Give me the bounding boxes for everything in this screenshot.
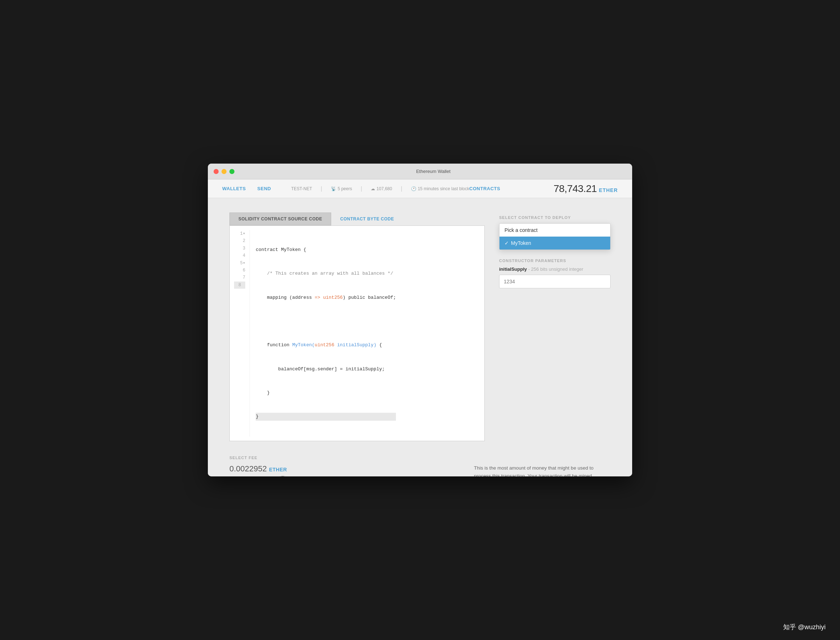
code-line-4 [256,317,396,325]
tab-solidity[interactable]: SOLIDITY CONTRACT SOURCE CODE [229,213,331,226]
minimize-button[interactable] [221,169,227,174]
traffic-lights [214,169,234,174]
fee-section: SELECT FEE 0.0022952 ETHER CHEAPER [229,456,611,477]
fee-row: 0.0022952 ETHER CHEAPER FASTER [229,464,611,477]
constructor-label: CONSTRUCTOR PARAMETERS [499,259,611,263]
line-num-5: 5▾ [234,259,245,267]
nav-last-block: 🕐 15 minutes since last block [411,186,469,191]
param-label: initialSupply - 256 bits unsigned intege… [499,266,611,272]
nav-left: WALLETS SEND TEST-NET | 📡 5 peers | ☁ 10… [222,186,469,192]
param-input-field[interactable] [499,275,611,288]
fee-description: This is the most amount of money that mi… [474,464,611,477]
code-line-1: contract MyToken { [256,246,396,254]
code-lines: contract MyToken { /* This creates an ar… [250,230,402,437]
tabs-container: SOLIDITY CONTRACT SOURCE CODE CONTRACT B… [229,213,485,226]
param-name: initialSupply [499,266,527,272]
checkmark-icon: ✓ [504,240,509,246]
line-num-6: 6 [234,267,245,274]
code-line-2: /* This creates an array with all balanc… [256,270,396,278]
nav-network: TEST-NET [291,186,312,191]
line-num-1: 1▾ [234,230,245,237]
nav-wallets[interactable]: WALLETS [222,186,246,191]
line-num-8: 8 [234,282,245,289]
code-editor[interactable]: 1▾ 2 3 4 5▾ 6 7 8 contract MyToken { /* … [229,226,485,441]
rss-icon: 📡 [331,186,336,191]
code-line-8: } [256,413,396,421]
line-numbers: 1▾ 2 3 4 5▾ 6 7 8 [230,230,250,437]
select-contract-label: SELECT CONTRACT TO DEPLOY [499,215,611,220]
nav-contracts[interactable]: CONTRACTS [469,186,500,191]
nav-sep2: | [361,186,362,192]
code-line-7: } [256,389,396,397]
fee-left: 0.0022952 ETHER CHEAPER FASTER [229,464,452,477]
code-line-6: balanceOf[msg.sender] = initialSupply; [256,365,396,373]
nav-balance-currency: ETHER [599,187,618,193]
nav-balance-amount: 78,743.21 [554,183,597,195]
nav-sep3: | [401,186,402,192]
dropdown-option-pick[interactable]: Pick a contract [499,224,610,237]
nav-balance-group: 78,743.21 ETHER [554,183,618,195]
code-line-3: mapping (address => uint256) public bala… [256,294,396,302]
title-bar: Ethereum Wallet [208,163,632,179]
cloud-icon: ☁ [371,186,375,191]
left-panel: SOLIDITY CONTRACT SOURCE CODE CONTRACT B… [229,213,485,441]
fee-amount: 0.0022952 ETHER [229,464,452,474]
maximize-button[interactable] [229,169,234,174]
watermark: 知乎 @wuzhiyi [783,623,826,631]
line-num-4: 4 [234,252,245,259]
app-window: Ethereum Wallet WALLETS SEND TEST-NET | … [208,163,632,477]
fee-label: SELECT FEE [229,456,611,460]
right-panel: SELECT CONTRACT TO DEPLOY Pick a contrac… [499,213,611,288]
nav-bar: WALLETS SEND TEST-NET | 📡 5 peers | ☁ 10… [208,179,632,198]
nav-block: ☁ 107,680 [371,186,392,191]
dropdown-option-mytoken[interactable]: ✓ MyToken [499,237,610,250]
main-content: SOLIDITY CONTRACT SOURCE CODE CONTRACT B… [208,198,632,477]
line-num-2: 2 [234,237,245,245]
param-desc: - 256 bits unsigned integer [528,266,583,272]
contract-dropdown[interactable]: Pick a contract ✓ MyToken [499,223,611,250]
tab-bytecode[interactable]: CONTRACT BYTE CODE [331,213,403,226]
nav-peers: 📡 5 peers [331,186,352,191]
clock-icon: 🕐 [411,186,416,191]
nav-sep1: | [321,186,322,192]
fee-unit: ETHER [269,467,287,472]
code-line-5: function MyToken(uint256 initialSupply) … [256,341,396,349]
nav-send[interactable]: SEND [258,186,271,191]
close-button[interactable] [214,169,219,174]
content-row: SOLIDITY CONTRACT SOURCE CODE CONTRACT B… [229,213,611,441]
nav-status-group: TEST-NET | 📡 5 peers | ☁ 107,680 | 🕐 15 … [291,186,469,192]
window-title: Ethereum Wallet [240,169,626,174]
line-num-3: 3 [234,245,245,252]
slider-thumb[interactable] [279,476,286,477]
line-num-7: 7 [234,274,245,281]
fee-desc-part1: This is the most amount of money that mi… [474,465,593,477]
